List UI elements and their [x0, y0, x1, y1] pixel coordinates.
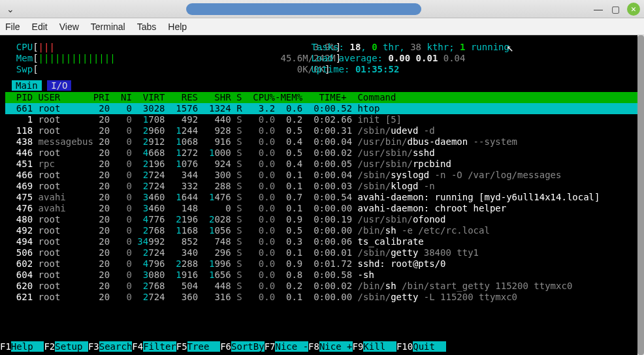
process-row[interactable]: 451 rpc 20 0 2196 1076 924 S 0.0 0.4 0:0…: [5, 159, 639, 170]
process-row[interactable]: 438 messagebus 20 0 2912 1068 916 S 0.0 …: [5, 136, 639, 147]
menubar: File Edit View Terminal Tabs Help: [0, 18, 644, 35]
close-button[interactable]: ✕: [627, 3, 640, 16]
tasks-meter: Tasks: 18, 0 thr, 38 kthr; 1 running: [306, 42, 509, 53]
footer-bar: F1Help F2Setup F3SearchF4FilterF5Tree F6…: [0, 341, 644, 352]
process-row[interactable]: 446 root 20 0 4668 1272 1000 S 0.0 0.5 0…: [5, 147, 639, 159]
process-row[interactable]: 1 root 20 0 1708 492 440 S 0.0 0.2 0:02.…: [5, 114, 639, 125]
process-list[interactable]: 661 root 20 0 3028 1576 1324 R 3.2 0.6 0…: [5, 103, 639, 303]
process-row[interactable]: 480 root 20 0 4776 2196 2028 S 0.0 0.9 0…: [5, 214, 639, 225]
process-row[interactable]: 604 root 20 0 3080 1916 1656 S 0.0 0.8 0…: [5, 270, 639, 281]
meters: CPU[||| 3.9%] Tasks: 18, 0 thr, 38 kthr;…: [5, 42, 639, 75]
process-row[interactable]: 620 root 20 0 2768 504 448 S 0.0 0.2 0:0…: [5, 281, 639, 292]
menu-view[interactable]: View: [59, 22, 79, 32]
minimize-button[interactable]: —: [593, 4, 604, 14]
process-row[interactable]: 621 root 20 0 2724 360 316 S 0.0 0.1 0:0…: [5, 292, 639, 303]
process-row[interactable]: 661 root 20 0 3028 1576 1324 R 3.2 0.6 0…: [5, 103, 639, 114]
column-header[interactable]: PID USER PRI NI VIRT RES SHR S CPU%-MEM%…: [5, 92, 639, 103]
process-row[interactable]: 469 root 20 0 2724 332 288 S 0.0 0.1 0:0…: [5, 181, 639, 192]
tab-io[interactable]: I/O: [47, 80, 71, 91]
menu-file[interactable]: File: [5, 22, 20, 32]
title-dropdown[interactable]: ⌄: [7, 4, 14, 14]
menu-terminal[interactable]: Terminal: [91, 22, 125, 32]
uptime-meter: Uptime: 01:35:52: [306, 64, 399, 75]
process-row[interactable]: 494 root 20 0 34992 852 748 S 0.0 0.3 0:…: [5, 236, 639, 247]
title-redaction: [186, 3, 421, 15]
menu-help[interactable]: Help: [168, 22, 187, 32]
process-row[interactable]: 506 root 20 0 2724 340 296 S 0.0 0.1 0:0…: [5, 247, 639, 258]
process-row[interactable]: 118 root 20 0 2960 1244 928 S 0.0 0.5 0:…: [5, 125, 639, 136]
process-row[interactable]: 602 root 20 0 4796 2288 1996 S 0.0 0.9 0…: [5, 258, 639, 270]
menu-tabs[interactable]: Tabs: [137, 22, 157, 32]
tab-main[interactable]: Main: [12, 80, 42, 91]
load-meter: Load average: 0.00 0.01 0.04: [306, 53, 465, 64]
menu-edit[interactable]: Edit: [32, 22, 48, 32]
scrollbar-thumb[interactable]: [637, 35, 644, 355]
maximize-button[interactable]: ▢: [610, 4, 620, 14]
process-row[interactable]: 492 root 20 0 2768 1168 1056 S 0.0 0.5 0…: [5, 225, 639, 236]
process-row[interactable]: 466 root 20 0 2724 344 300 S 0.0 0.1 0:0…: [5, 170, 639, 181]
swp-meter: Swp[ 0K/0K]: [5, 64, 306, 75]
scrollbar[interactable]: [637, 35, 644, 355]
process-row[interactable]: 475 avahi 20 0 3460 1644 1476 S 0.0 0.7 …: [5, 192, 639, 203]
htop-tabs: Main I/O: [12, 80, 639, 91]
terminal[interactable]: ↖ CPU[||| 3.9%] Tasks: 18, 0 thr, 38 kth…: [0, 35, 644, 355]
titlebar: ⌄ — ▢ ✕: [0, 0, 644, 18]
chevron-down-icon: ⌄: [7, 4, 14, 14]
cpu-meter: CPU[||| 3.9%]: [5, 42, 306, 53]
process-row[interactable]: 476 avahi 20 0 3460 148 0 S 0.0 0.1 0:00…: [5, 203, 639, 214]
mem-meter: Mem[|||||||||||||| 45.6M/242M]: [5, 53, 306, 64]
